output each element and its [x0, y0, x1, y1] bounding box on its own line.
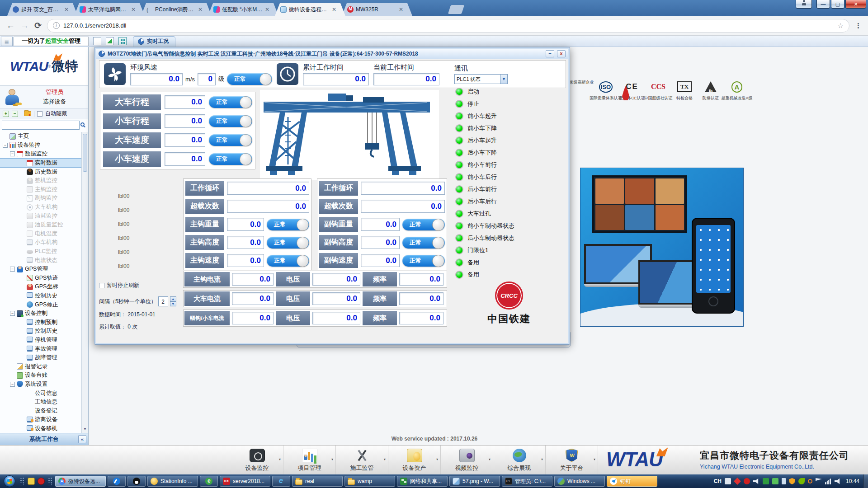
- status-toggle[interactable]: 正常: [402, 237, 445, 249]
- tree-item[interactable]: 控制预制: [0, 318, 82, 327]
- status-toggle[interactable]: 正常: [267, 219, 309, 230]
- tree-expander-icon[interactable]: [20, 302, 25, 307]
- browser-tab[interactable]: 低配版 “小米MIX” 发布 ✕: [208, 3, 278, 16]
- tree-item[interactable]: 设备监控: [0, 141, 82, 150]
- dialog-titlebar[interactable]: MGTZ70t地铁门吊电气智能信息控制 实时工况 汉江重工科技-广州地铁18号线…: [96, 49, 568, 59]
- tree-item[interactable]: 设备移机: [0, 424, 82, 433]
- expand-all-icon[interactable]: +: [3, 111, 9, 117]
- window-close-button[interactable]: ✕: [845, 0, 866, 9]
- toolbar-button[interactable]: 施工监管: [336, 446, 388, 475]
- tree-expander-icon[interactable]: [20, 284, 25, 289]
- tree-item[interactable]: 游离设备: [0, 415, 82, 424]
- bookmark-star-icon[interactable]: ☆: [838, 22, 844, 30]
- tree-expander-icon[interactable]: [20, 169, 25, 174]
- sidebar-collapse-button[interactable]: «: [78, 435, 86, 443]
- tree-expander-icon[interactable]: [20, 178, 25, 183]
- taskbar-button[interactable]: 管理员: C:\...: [502, 476, 552, 487]
- tree-expander-icon[interactable]: [10, 267, 15, 272]
- tree-expander-icon[interactable]: [20, 408, 25, 413]
- tree-item[interactable]: 工地信息: [0, 398, 82, 407]
- tree-item[interactable]: 油耗监控: [0, 211, 82, 221]
- tree-expander-icon[interactable]: [10, 382, 15, 387]
- tree-expander-icon[interactable]: [20, 222, 25, 227]
- stepper-down-icon[interactable]: ▼: [170, 301, 176, 306]
- usb-icon[interactable]: [772, 478, 778, 484]
- tree-expander-icon[interactable]: [20, 328, 25, 333]
- menu-list-icon[interactable]: ≣: [1, 37, 13, 46]
- toolbar-button[interactable]: 设备监控: [231, 446, 283, 475]
- tree-expander-icon[interactable]: [20, 160, 25, 165]
- speaker-icon[interactable]: [835, 478, 841, 484]
- window-icon[interactable]: [93, 37, 101, 45]
- start-button[interactable]: [4, 475, 15, 487]
- browser-tab[interactable]: 起升 英文_百度搜索 ✕: [7, 3, 78, 16]
- browser-tab[interactable]: 太平洋电脑网_专业IT门户 ✕: [74, 3, 145, 16]
- tree-item[interactable]: GPS轨迹: [0, 274, 82, 283]
- tree-expander-icon[interactable]: [20, 320, 25, 325]
- toolbar-button[interactable]: 项目管理: [283, 446, 336, 475]
- back-button[interactable]: ←: [6, 21, 15, 31]
- grid-icon[interactable]: [118, 37, 127, 45]
- tree-item[interactable]: 设备台账: [0, 371, 82, 380]
- new-tab-button[interactable]: [448, 5, 464, 14]
- window-maximize-button[interactable]: ▢: [831, 0, 844, 9]
- tree-expander-icon[interactable]: [10, 364, 15, 369]
- 7zip-icon[interactable]: [28, 478, 35, 485]
- sidebar-footer[interactable]: 系统工作台 «: [0, 433, 88, 445]
- browser-tab[interactable]: 微特设备远程控制系统 ✕: [275, 3, 345, 16]
- profile-button[interactable]: [796, 0, 812, 9]
- tree-item[interactable]: 报警记录: [0, 362, 82, 371]
- tree-item[interactable]: 副钩监控: [0, 194, 82, 203]
- tree-item[interactable]: 事故管理: [0, 344, 82, 353]
- music-app-icon[interactable]: [744, 478, 750, 484]
- tree-item[interactable]: GPS修正: [0, 300, 82, 309]
- taskbar-button[interactable]: 钉钉: [607, 476, 657, 487]
- tree-expander-icon[interactable]: [20, 249, 25, 254]
- scrollbar-thumb[interactable]: [83, 134, 87, 172]
- tree-item[interactable]: 系统设置: [0, 380, 82, 389]
- tree-expander-icon[interactable]: [10, 311, 15, 316]
- search-tray-icon[interactable]: [808, 479, 812, 483]
- url-input[interactable]: [63, 22, 834, 29]
- tab-realtime-status[interactable]: 实时工况: [133, 36, 175, 47]
- tree-item[interactable]: 实时数据: [0, 159, 82, 168]
- tree-expander-icon[interactable]: [20, 276, 25, 281]
- tree-item[interactable]: GPS坐标: [0, 282, 82, 291]
- graphics-icon[interactable]: [798, 478, 805, 484]
- browser-tab[interactable]: PConline消费升级峰会暨 ✕: [141, 3, 212, 16]
- tree-item[interactable]: 设备登记: [0, 406, 82, 415]
- reload-button[interactable]: ⟳: [34, 20, 42, 31]
- address-bar[interactable]: i ☆: [47, 19, 849, 33]
- dialog-minimize-button[interactable]: −: [546, 50, 554, 57]
- tree-expander-icon[interactable]: [20, 205, 25, 210]
- taskbar-button[interactable]: [200, 476, 218, 487]
- interval-stepper[interactable]: 2: [158, 296, 168, 306]
- tab-close-icon[interactable]: ✕: [198, 6, 203, 13]
- browser-tab[interactable]: MW325R ✕: [342, 3, 412, 16]
- taskbar-button[interactable]: StationInfo ...: [147, 476, 198, 487]
- edit-icon[interactable]: [106, 37, 114, 45]
- forward-button[interactable]: →: [20, 21, 29, 31]
- status-toggle[interactable]: 正常: [209, 96, 252, 108]
- taskbar-button[interactable]: wamp: [344, 476, 395, 487]
- tree-item[interactable]: 油质量监控: [0, 221, 82, 230]
- tree-expander-icon[interactable]: [20, 426, 25, 431]
- keyboard-icon[interactable]: [725, 478, 731, 484]
- tree-item[interactable]: 控制历史: [0, 327, 82, 336]
- taskbar-button[interactable]: [272, 476, 290, 487]
- select-device-field[interactable]: 选择设备: [43, 98, 66, 106]
- tree-expander-icon[interactable]: [20, 240, 25, 245]
- taskbar-button[interactable]: [108, 476, 126, 487]
- tree-expander-icon[interactable]: [3, 134, 8, 139]
- search-input[interactable]: [2, 121, 80, 130]
- dialog-close-button[interactable]: x: [557, 50, 566, 57]
- tree-item[interactable]: 整机监控: [0, 176, 82, 185]
- chevron-down-icon[interactable]: ▼: [500, 75, 507, 84]
- tree-expander-icon[interactable]: [10, 151, 15, 156]
- pause-refresh-checkbox[interactable]: [99, 283, 104, 288]
- ime-icon[interactable]: [734, 478, 741, 485]
- tree-item[interactable]: 历史数据: [0, 167, 82, 176]
- tree-expander-icon[interactable]: [20, 258, 25, 263]
- tree-item[interactable]: PLC监控: [0, 247, 82, 256]
- show-desktop-button[interactable]: [863, 474, 868, 488]
